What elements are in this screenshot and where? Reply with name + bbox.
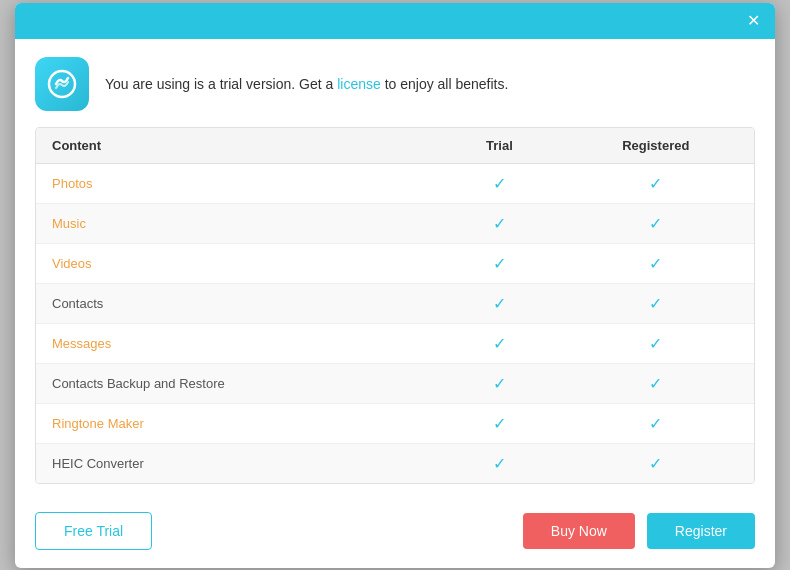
checkmark-icon: [649, 175, 662, 192]
features-table: Content Trial Registered PhotosMusicVide…: [36, 128, 754, 483]
table-row: Contacts Backup and Restore: [36, 363, 754, 403]
checkmark-icon: [493, 175, 506, 192]
trial-check: [441, 203, 557, 243]
checkmark-icon: [649, 375, 662, 392]
feature-name: Photos: [36, 163, 441, 203]
main-window: ✕ You are using is a trial version. Get …: [15, 3, 775, 568]
registered-check: [558, 163, 754, 203]
trial-check: [441, 163, 557, 203]
table-row: Videos: [36, 243, 754, 283]
feature-name: Contacts: [36, 283, 441, 323]
table-row: Ringtone Maker: [36, 403, 754, 443]
trial-check: [441, 323, 557, 363]
checkmark-icon: [493, 455, 506, 472]
feature-name: Ringtone Maker: [36, 403, 441, 443]
checkmark-icon: [493, 335, 506, 352]
trial-check: [441, 243, 557, 283]
registered-check: [558, 243, 754, 283]
register-button[interactable]: Register: [647, 513, 755, 549]
footer-right-buttons: Buy Now Register: [523, 513, 755, 549]
registered-check: [558, 283, 754, 323]
features-table-container: Content Trial Registered PhotosMusicVide…: [35, 127, 755, 484]
registered-check: [558, 323, 754, 363]
table-row: Music: [36, 203, 754, 243]
app-icon: [35, 57, 89, 111]
checkmark-icon: [493, 375, 506, 392]
checkmark-icon: [649, 295, 662, 312]
trial-check: [441, 403, 557, 443]
trial-check: [441, 283, 557, 323]
title-bar: ✕: [15, 3, 775, 39]
checkmark-icon: [649, 415, 662, 432]
checkmark-icon: [493, 255, 506, 272]
checkmark-icon: [493, 215, 506, 232]
header-message: You are using is a trial version. Get a …: [105, 76, 508, 92]
close-button[interactable]: ✕: [741, 9, 765, 33]
trial-check: [441, 443, 557, 483]
checkmark-icon: [493, 295, 506, 312]
column-registered: Registered: [558, 128, 754, 164]
column-content: Content: [36, 128, 441, 164]
license-link[interactable]: license: [337, 76, 381, 92]
registered-check: [558, 403, 754, 443]
table-row: Photos: [36, 163, 754, 203]
registered-check: [558, 203, 754, 243]
checkmark-icon: [493, 415, 506, 432]
header-section: You are using is a trial version. Get a …: [15, 39, 775, 127]
feature-name: Music: [36, 203, 441, 243]
free-trial-button[interactable]: Free Trial: [35, 512, 152, 550]
footer-section: Free Trial Buy Now Register: [15, 500, 775, 568]
table-row: Contacts: [36, 283, 754, 323]
feature-name: Messages: [36, 323, 441, 363]
buy-now-button[interactable]: Buy Now: [523, 513, 635, 549]
checkmark-icon: [649, 335, 662, 352]
checkmark-icon: [649, 255, 662, 272]
checkmark-icon: [649, 215, 662, 232]
trial-check: [441, 363, 557, 403]
table-row: Messages: [36, 323, 754, 363]
registered-check: [558, 443, 754, 483]
feature-name: HEIC Converter: [36, 443, 441, 483]
feature-name: Videos: [36, 243, 441, 283]
table-header-row: Content Trial Registered: [36, 128, 754, 164]
column-trial: Trial: [441, 128, 557, 164]
feature-name: Contacts Backup and Restore: [36, 363, 441, 403]
table-row: HEIC Converter: [36, 443, 754, 483]
registered-check: [558, 363, 754, 403]
checkmark-icon: [649, 455, 662, 472]
